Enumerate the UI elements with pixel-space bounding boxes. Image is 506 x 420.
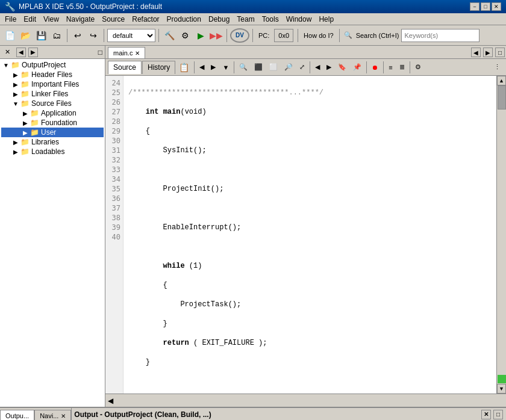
save-button[interactable]: 💾 [34,28,48,43]
menu-refactor[interactable]: Refactor [128,14,163,25]
menu-edit[interactable]: Edit [20,14,40,25]
menu-window[interactable]: Window [283,14,316,25]
tree-item-important-files[interactable]: ▶ 📁 Important Files [1,79,104,89]
output-header: Output - OutputProject (Clean, Build, ..… [72,408,506,420]
green-indicator [498,375,506,383]
code-line: } [128,319,492,329]
tree-item-label: Linker Files [31,90,68,98]
tree-item-source-files[interactable]: ▼ 📁 Source Files [1,99,104,108]
et-bookmark-toggle[interactable]: 🔖 [335,61,349,74]
et-bookmark-next[interactable]: ▶ [323,61,334,74]
tab-main-c[interactable]: main.c ✕ [108,47,145,58]
config-dropdown[interactable]: default [107,29,155,42]
bl-tab-navi[interactable]: Navi... ✕ [34,410,71,420]
menu-view[interactable]: View [40,14,63,25]
if-toggle-icon: ▶ [11,81,20,88]
et-search-btn[interactable]: 🔍 [236,61,251,74]
redo-button[interactable]: ↪ [86,28,101,43]
menu-help[interactable]: Help [315,14,337,25]
et-options-btn[interactable]: ⋮ [491,61,504,74]
scroll-down-btn[interactable]: ▼ [497,384,506,394]
et-expand-btn[interactable]: ⤢ [296,61,308,74]
tree-root[interactable]: ▼ 📁 OutputProject [1,60,104,70]
clean-build-button[interactable]: ⚙ [178,28,192,43]
tree-item-label: Foundation [41,119,77,127]
et-more-btn[interactable]: ⚙ [412,61,424,74]
output-maximize-btn[interactable]: □ [493,410,503,419]
bl-tab-output[interactable]: Outpu... [0,410,34,420]
editor-status-bar: ◀ [105,394,506,407]
tree-item-libraries[interactable]: ▶ 📁 Libraries [1,137,104,147]
undo-button[interactable]: ↩ [70,28,85,43]
load-toggle-icon: ▶ [11,149,20,155]
tree-item-user[interactable]: ▶ 📁 User [1,128,104,137]
menu-production[interactable]: Production [163,14,205,25]
left-panel-close[interactable]: ✕ [2,47,13,57]
save-all-button[interactable]: 🗂 [49,28,64,43]
code-content[interactable]: /************************************...… [123,76,496,394]
tree-item-loadables[interactable]: ▶ 📁 Loadables [1,147,104,156]
code-line: ProjectInit(); [128,184,492,194]
left-nav-prev[interactable]: ◀ [16,48,26,57]
separator-4 [226,29,227,42]
scroll-up-btn[interactable]: ▲ [497,76,506,85]
separator-1 [67,29,67,42]
bl-tab-navi-close[interactable]: ✕ [61,413,66,419]
run-button[interactable]: ▶ [193,28,208,43]
tabs-container: main.c ✕ ◀ ▶ □ [108,47,506,58]
tab-scroll-right[interactable]: ▶ [483,48,493,57]
et-dropdown-btn[interactable]: ▼ [219,61,232,74]
et-history-btn[interactable]: 📋 [176,61,192,74]
tab-scroll-left[interactable]: ◀ [471,48,481,57]
line-num: 29 [105,126,123,136]
et-find-btn[interactable]: ⬛ [251,61,266,74]
et-linenum-btn[interactable]: ≡ [386,61,395,74]
tree-item-linker-files[interactable]: ▶ 📁 Linker Files [1,89,104,99]
et-find2-btn[interactable]: ⬜ [266,61,281,74]
open-file-button[interactable]: 📂 [18,28,33,43]
et-prev-btn[interactable]: ◀ [196,61,207,74]
build-button[interactable]: 🔨 [162,28,176,43]
tree-item-application[interactable]: ▶ 📁 Application [1,108,104,118]
et-search2-btn[interactable]: 🔎 [281,61,296,74]
editor-prev-btn[interactable]: ◀ [108,397,113,405]
scroll-thumb[interactable] [498,85,506,110]
output-close-btn[interactable]: ✕ [481,410,491,419]
minimize-button[interactable]: − [470,2,479,11]
et-bookmark-prev[interactable]: ◀ [312,61,323,74]
et-linenum2-btn[interactable]: ≣ [396,61,408,74]
editor-tab-history[interactable]: History [142,61,175,74]
close-button[interactable]: ✕ [492,2,501,11]
output-controls: ✕ □ [481,410,504,419]
menu-team[interactable]: Team [233,14,258,25]
tab-close-icon[interactable]: ✕ [135,50,140,57]
editor-tab-source[interactable]: Source [108,61,142,74]
search-input[interactable] [401,29,479,42]
tab-maximize[interactable]: □ [495,48,505,57]
menu-tools[interactable]: Tools [258,14,283,25]
menu-file[interactable]: File [1,14,20,25]
new-file-button[interactable]: 📄 [2,28,17,43]
et-bookmark2-btn[interactable]: 📌 [350,61,364,74]
root-folder-icon: 📁 [11,61,20,69]
left-expand-btn[interactable]: □ [98,48,102,57]
line-num: 36 [105,194,123,203]
maximize-button[interactable]: □ [481,2,490,11]
bl-tab-output-label: Outpu... [5,412,29,419]
et-record-btn[interactable]: ⏺ [369,61,381,74]
debug-button[interactable]: ▶▶ [209,28,223,43]
menu-debug[interactable]: Debug [205,14,233,25]
sf-toggle-icon: ▼ [11,100,20,107]
menu-source[interactable]: Source [98,14,128,25]
et-next-btn[interactable]: ▶ [208,61,219,74]
usr-folder-icon: 📁 [30,128,40,137]
tree-item-foundation[interactable]: ▶ 📁 Foundation [1,118,104,128]
line-num: 38 [105,213,123,223]
tree-item-header-files[interactable]: ▶ 📁 Header Files [1,70,104,79]
code-editor: 24 25 26 27 28 29 30 31 32 33 34 35 36 3… [105,76,506,394]
menu-navigate[interactable]: Navigate [63,14,98,25]
tree-item-label: Header Files [31,70,72,79]
tab-label: main.c [113,49,133,57]
left-nav-next[interactable]: ▶ [28,48,38,57]
tree-item-label: Application [41,109,77,117]
